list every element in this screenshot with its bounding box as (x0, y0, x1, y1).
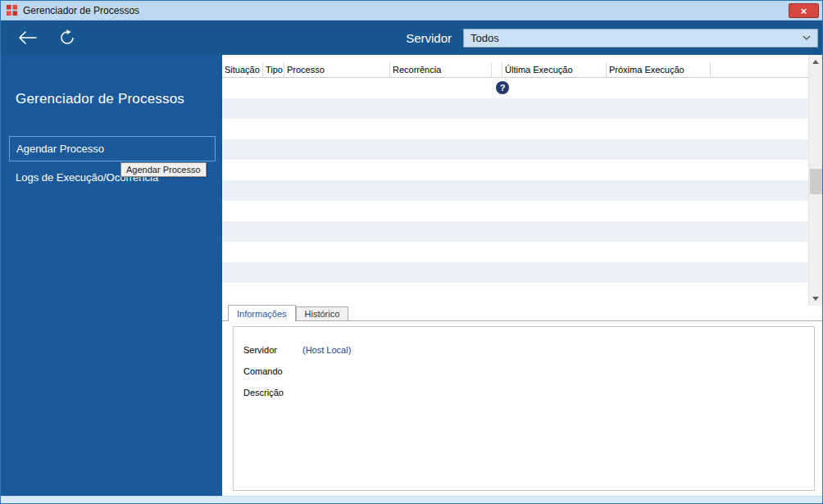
servidor-field-value: (Host Local) (302, 345, 351, 355)
info-panel: Servidor (Host Local) Comando Descrição (233, 326, 815, 491)
servidor-field-label: Servidor (243, 345, 302, 355)
bottom-strip (1, 496, 822, 503)
descricao-field-label: Descrição (243, 388, 302, 397)
app-icon (6, 4, 18, 16)
column-header-proxima-execucao[interactable]: Próxima Execução (607, 62, 711, 77)
sidebar-item-label: Agendar Processo (16, 143, 104, 155)
grid-row (222, 283, 808, 303)
process-grid: Situação Tipo Processo Recorrência Últim… (222, 55, 808, 306)
arrow-down-icon (812, 297, 819, 301)
window-body: Gerenciador de Processos Agendar Process… (1, 55, 822, 496)
field-row-comando: Comando (243, 366, 814, 388)
vertical-scrollbar[interactable] (808, 55, 822, 306)
grid-row (222, 180, 808, 201)
column-header-recorrencia[interactable]: Recorrência (390, 62, 492, 77)
tabstrip: Informações Histórico (222, 306, 822, 321)
grid-row (222, 262, 808, 283)
app-window: Gerenciador de Processos × Servidor T (0, 0, 823, 504)
tab-informacoes[interactable]: Informações (228, 305, 296, 321)
back-arrow-icon (19, 31, 37, 44)
column-header-spacer (492, 62, 502, 77)
grid-row (222, 160, 808, 180)
titlebar: Gerenciador de Processos × (1, 1, 822, 20)
window-title: Gerenciador de Processos (23, 5, 139, 16)
process-grid-section: Situação Tipo Processo Recorrência Últim… (222, 55, 822, 306)
grid-row (222, 139, 808, 160)
back-button[interactable] (14, 24, 42, 52)
field-row-descricao: Descrição (243, 388, 814, 409)
arrow-up-icon (812, 60, 819, 64)
grid-row (222, 78, 808, 98)
grid-header: Situação Tipo Processo Recorrência Últim… (222, 62, 808, 78)
server-dropdown-value: Todos (471, 32, 499, 44)
sidebar: Gerenciador de Processos Agendar Process… (1, 55, 222, 496)
server-dropdown[interactable]: Todos (463, 29, 818, 48)
help-icon[interactable]: ? (496, 81, 509, 94)
grid-row (222, 221, 808, 242)
grid-row (222, 119, 808, 139)
scrollbar-up-button[interactable] (809, 55, 822, 69)
column-header-processo[interactable]: Processo (284, 62, 390, 77)
close-icon: × (801, 5, 807, 17)
tooltip: Agendar Processo (120, 162, 207, 177)
chevron-down-icon (803, 35, 811, 40)
column-header-tipo[interactable]: Tipo (263, 62, 284, 77)
main-area: Situação Tipo Processo Recorrência Últim… (222, 55, 822, 496)
scrollbar-down-button[interactable] (809, 292, 822, 306)
column-header-ultima-execucao[interactable]: Última Execução (502, 62, 607, 77)
scrollbar-thumb[interactable] (810, 169, 822, 194)
grid-row (222, 98, 808, 119)
field-row-servidor: Servidor (Host Local) (243, 345, 814, 366)
comando-field-label: Comando (243, 366, 302, 376)
sidebar-heading: Gerenciador de Processos (16, 91, 222, 107)
sidebar-item-agendar-processo[interactable]: Agendar Processo (9, 136, 216, 161)
info-area: Servidor (Host Local) Comando Descrição (222, 321, 822, 496)
server-label: Servidor (406, 31, 452, 45)
grid-rows (222, 78, 808, 303)
column-header-situacao[interactable]: Situação (222, 62, 263, 77)
refresh-icon (59, 30, 75, 46)
toolbar: Servidor Todos (1, 20, 822, 55)
column-header-filler (711, 62, 808, 77)
close-button[interactable]: × (789, 3, 819, 18)
grid-row (222, 201, 808, 221)
grid-row (222, 242, 808, 262)
refresh-button[interactable] (53, 24, 81, 52)
tab-historico[interactable]: Histórico (296, 306, 349, 320)
